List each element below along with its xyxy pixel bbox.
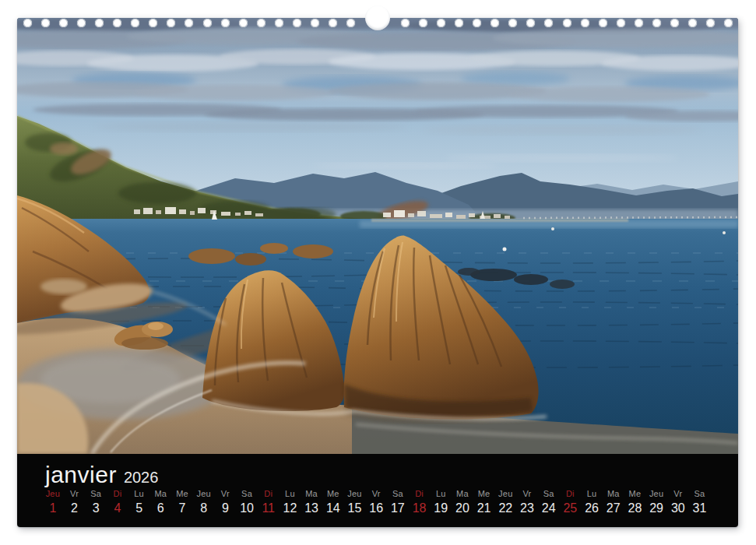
- day-column: Vr2: [64, 489, 86, 515]
- date-number: 5: [128, 501, 150, 515]
- date-number: 10: [236, 501, 258, 515]
- day-column: Lu5: [128, 489, 150, 515]
- weekday-label: Lu: [430, 489, 452, 499]
- weekday-label: Vr: [215, 489, 237, 499]
- date-number: 28: [624, 501, 646, 515]
- binding-hole: [455, 19, 463, 27]
- date-number: 7: [171, 501, 193, 515]
- binding-hole: [670, 19, 679, 27]
- weekday-label: Vr: [365, 489, 387, 499]
- weekday-label: Ma: [301, 489, 322, 499]
- hanger-notch: [365, 5, 390, 30]
- day-column: Vr30: [667, 489, 689, 515]
- product-shot-background: { "title": { "month": "janvier", "year":…: [0, 0, 756, 545]
- day-column: Sa10: [236, 489, 258, 515]
- binding-hole: [508, 19, 517, 27]
- date-number: 1: [42, 501, 64, 515]
- binding-hole: [346, 19, 355, 27]
- date-number: 21: [473, 501, 495, 515]
- day-column: Lu12: [280, 489, 301, 515]
- weekday-label: Lu: [128, 489, 150, 499]
- date-number: 30: [667, 501, 689, 515]
- binding-hole: [473, 19, 481, 27]
- day-column: Sa17: [387, 489, 409, 515]
- weekday-label: Jeu: [494, 489, 516, 499]
- date-number: 6: [149, 501, 171, 515]
- binding-hole: [203, 19, 212, 27]
- date-number: 18: [409, 501, 431, 515]
- binding-hole: [526, 19, 535, 27]
- weekday-label: Sa: [538, 489, 560, 499]
- day-column: Ma27: [603, 489, 624, 515]
- date-grid: Jeu1Vr2Sa3Di4Lu5Ma6Me7Jeu8Vr9Sa10Di11Lu1…: [42, 489, 710, 515]
- weekday-label: Ma: [452, 489, 473, 499]
- day-column: Sa24: [538, 489, 560, 515]
- weekday-label: Me: [624, 489, 646, 499]
- binding-hole: [688, 19, 697, 27]
- day-column: Me14: [322, 489, 344, 515]
- calendar-strip: janvier2026 Jeu1Vr2Sa3Di4Lu5Ma6Me7Jeu8Vr…: [17, 454, 738, 527]
- date-number: 9: [215, 501, 237, 515]
- binding-hole: [293, 19, 301, 27]
- binding-hole: [401, 19, 410, 27]
- day-column: Me7: [171, 489, 193, 515]
- binding-hole: [617, 19, 625, 27]
- date-number: 29: [645, 501, 667, 515]
- date-number: 4: [107, 501, 128, 515]
- date-number: 16: [365, 501, 387, 515]
- day-column: Di4: [107, 489, 128, 515]
- binding-hole: [311, 19, 319, 27]
- date-number: 31: [689, 501, 711, 515]
- binding-hole: [131, 19, 139, 27]
- weekday-label: Di: [107, 489, 128, 499]
- binding-hole: [544, 19, 553, 27]
- weekday-label: Sa: [689, 489, 711, 499]
- month-name: janvier: [45, 462, 117, 487]
- weekday-label: Sa: [85, 489, 107, 499]
- date-number: 26: [581, 501, 603, 515]
- day-column: Ma13: [301, 489, 322, 515]
- weekday-label: Vr: [64, 489, 86, 499]
- binding-hole: [41, 19, 50, 27]
- date-number: 24: [538, 501, 560, 515]
- binding-hole: [149, 19, 157, 27]
- beach-photo: [17, 18, 738, 454]
- day-column: Vr23: [516, 489, 538, 515]
- date-number: 3: [85, 501, 107, 515]
- binding-hole: [59, 19, 68, 27]
- weekday-label: Vr: [516, 489, 538, 499]
- weekday-label: Di: [258, 489, 280, 499]
- day-column: Vr9: [215, 489, 237, 515]
- day-column: Di18: [409, 489, 431, 515]
- date-number: 15: [344, 501, 366, 515]
- date-number: 27: [603, 501, 624, 515]
- binding-hole: [437, 19, 445, 27]
- weekday-label: Ma: [603, 489, 624, 499]
- beach-photo-illustration: [17, 18, 738, 454]
- weekday-label: Jeu: [193, 489, 215, 499]
- binding-hole: [239, 19, 248, 27]
- day-column: Ma20: [452, 489, 473, 515]
- day-column: Jeu15: [344, 489, 366, 515]
- weekday-label: Me: [171, 489, 193, 499]
- binding-hole: [23, 19, 32, 27]
- date-number: 8: [193, 501, 215, 515]
- weekday-label: Me: [322, 489, 344, 499]
- day-column: Sa3: [85, 489, 107, 515]
- binding-hole: [185, 19, 193, 27]
- date-number: 22: [494, 501, 516, 515]
- binding-hole: [581, 19, 589, 27]
- weekday-label: Sa: [236, 489, 258, 499]
- date-number: 25: [560, 501, 582, 515]
- day-column: Di11: [258, 489, 280, 515]
- weekday-label: Me: [473, 489, 495, 499]
- date-number: 11: [258, 501, 280, 515]
- weekday-label: Sa: [387, 489, 409, 499]
- binding-hole: [563, 19, 571, 27]
- binding-hole: [113, 19, 121, 27]
- date-number: 19: [430, 501, 452, 515]
- day-column: Lu19: [430, 489, 452, 515]
- month-title: janvier2026: [45, 462, 158, 492]
- day-column: Jeu1: [42, 489, 64, 515]
- weekday-label: Di: [409, 489, 431, 499]
